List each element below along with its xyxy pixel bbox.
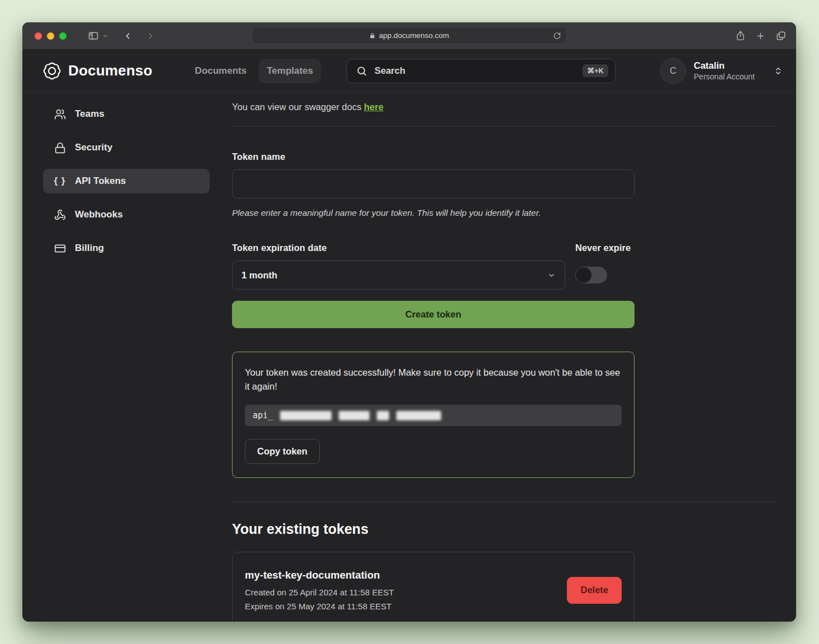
main-nav: Documents Templates (187, 59, 321, 83)
sidebar-item-label: Webhooks (75, 209, 123, 220)
search-placeholder: Search (375, 65, 583, 76)
share-icon[interactable] (736, 31, 745, 41)
users-icon (53, 108, 67, 120)
swagger-docs-line: You can view our swagger docs here (232, 102, 777, 112)
token-created-date: Created on 25 April 2024 at 11:58 EEST (245, 588, 394, 597)
credit-card-icon (53, 243, 67, 254)
swagger-docs-link[interactable]: here (364, 102, 384, 112)
chevrons-up-down-icon (774, 67, 783, 75)
app-header: Documenso Documents Templates Search ⌘+K… (22, 49, 796, 93)
webhook-icon (53, 209, 67, 221)
sidebar-item-label: Security (75, 142, 112, 153)
create-token-button[interactable]: Create token (232, 301, 635, 328)
sidebar-item-label: Billing (75, 243, 104, 254)
sidebar-item-label: API Tokens (75, 176, 126, 187)
divider (232, 501, 777, 502)
token-name-input[interactable] (232, 169, 635, 198)
minimize-window-button[interactable] (47, 32, 54, 40)
sidebar-item-teams[interactable]: Teams (43, 102, 210, 126)
account-type: Personal Account (694, 72, 755, 81)
back-button[interactable] (123, 31, 132, 41)
token-created-message: Your token was created successfully! Mak… (245, 366, 621, 394)
address-bar[interactable]: app.documenso.com (252, 27, 567, 44)
sidebar-menu-chevron-icon[interactable] (102, 33, 108, 39)
reload-icon[interactable] (553, 32, 561, 40)
tab-overview-icon[interactable] (776, 31, 786, 41)
existing-tokens-heading: Your existing tokens (232, 521, 777, 537)
sidebar-item-security[interactable]: Security (43, 135, 210, 160)
token-prefix-text: api_ (253, 410, 273, 420)
sidebar-item-api-tokens[interactable]: { } API Tokens (43, 169, 210, 193)
token-card: my-test-key-documentation Created on 25 … (232, 552, 635, 622)
new-tab-icon[interactable] (756, 31, 765, 41)
braces-icon: { } (53, 176, 67, 187)
zoom-window-button[interactable] (59, 32, 67, 40)
expiration-select[interactable]: 1 month (232, 261, 565, 290)
lock-icon (370, 32, 376, 39)
copy-token-button[interactable]: Copy token (245, 439, 320, 464)
sidebar-item-webhooks[interactable]: Webhooks (43, 202, 210, 227)
never-expire-label: Never expire (575, 243, 635, 253)
brand-name: Documenso (68, 62, 153, 79)
sidebar-toggle-icon[interactable] (88, 30, 99, 41)
nav-templates[interactable]: Templates (259, 59, 321, 83)
account-name: Catalin (694, 60, 755, 71)
token-created-alert: Your token was created successfully! Mak… (232, 352, 635, 478)
nav-documents[interactable]: Documents (187, 59, 255, 83)
token-name-label: Token name (232, 151, 635, 162)
token-name-help: Please enter a meaningful name for your … (232, 208, 635, 218)
avatar: C (660, 58, 686, 84)
browser-window: app.documenso.com (22, 22, 796, 622)
token-value-field: api_ (245, 405, 622, 426)
search-icon (356, 65, 367, 77)
traffic-lights (35, 32, 67, 40)
toggle-knob (576, 267, 591, 283)
chevron-down-icon (547, 271, 556, 280)
never-expire-toggle[interactable] (575, 267, 607, 283)
brand[interactable]: Documenso (42, 61, 153, 80)
expiration-selected-value: 1 month (242, 270, 277, 281)
account-menu[interactable]: C Catalin Personal Account (660, 58, 783, 84)
close-window-button[interactable] (35, 32, 42, 40)
token-card-name: my-test-key-documentation (245, 569, 394, 581)
api-tokens-page: You can view our swagger docs here Token… (232, 93, 777, 622)
url-text: app.documenso.com (379, 31, 449, 40)
redacted-token-segment (396, 411, 441, 420)
redacted-token-segment (280, 411, 332, 420)
redacted-token-segment (339, 411, 370, 420)
sidebar-item-label: Teams (75, 108, 105, 120)
redacted-token-segment (377, 411, 389, 420)
delete-token-button[interactable]: Delete (567, 577, 622, 604)
token-expiration-label: Token expiration date (232, 243, 565, 253)
sidebar-item-billing[interactable]: Billing (43, 236, 210, 261)
documenso-logo-icon (42, 61, 61, 80)
lock-icon (53, 142, 67, 154)
browser-toolbar: app.documenso.com (22, 22, 796, 49)
divider (232, 126, 777, 126)
token-expires-date: Expires on 25 May 2024 at 11:58 EEST (245, 602, 394, 611)
forward-button[interactable] (146, 31, 155, 41)
search-input[interactable]: Search ⌘+K (347, 59, 616, 83)
search-shortcut-badge: ⌘+K (583, 64, 608, 77)
settings-sidebar: Teams Security { } API Tokens Webhooks (43, 93, 210, 622)
